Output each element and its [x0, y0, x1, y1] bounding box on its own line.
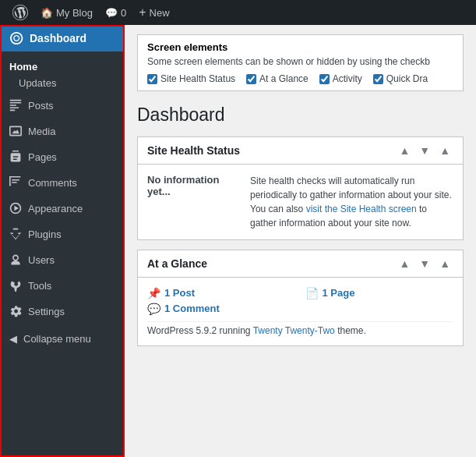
- widget-at-a-glance: At a Glance ▲ ▼ ▲ 📌 1 Post 📄 1 Page: [137, 250, 464, 346]
- widget-site-health-up[interactable]: ▲: [396, 143, 413, 158]
- wp-layout: Dashboard Home Updates Posts Media Pages…: [0, 25, 476, 457]
- wp-version-line: WordPress 5.9.2 running Twenty Twenty-Tw…: [147, 321, 453, 336]
- checkbox-quick-draft-input[interactable]: [373, 74, 383, 84]
- glance-pages-link[interactable]: 1 Page: [323, 287, 355, 299]
- widget-at-a-glance-title: At a Glance: [147, 257, 207, 270]
- admin-bar-new[interactable]: New: [132, 0, 175, 25]
- admin-bar-comments[interactable]: 💬 0: [99, 0, 132, 25]
- sidebar-item-dashboard[interactable]: Dashboard: [0, 25, 125, 51]
- sidebar-item-comments-label: Comments: [28, 177, 77, 189]
- checkbox-site-health-input[interactable]: [147, 74, 157, 84]
- widget-site-health: Site Health Status ▲ ▼ ▲ No information …: [137, 136, 464, 240]
- sidebar-item-pages[interactable]: Pages: [0, 143, 125, 169]
- admin-bar: 🏠 My Blog 💬 0 New: [0, 0, 476, 25]
- sidebar-collapse-button[interactable]: ◀ Collapse menu: [0, 327, 125, 351]
- posts-icon: 📌: [147, 287, 160, 299]
- site-health-link[interactable]: visit the Site Health screen: [306, 204, 417, 214]
- glance-pages: 📄 1 Page: [305, 287, 454, 299]
- glance-posts: 📌 1 Post: [147, 287, 296, 299]
- page-title: Dashboard: [137, 104, 464, 127]
- sidebar-item-media[interactable]: Media: [0, 118, 125, 143]
- checkbox-activity[interactable]: Activity: [319, 73, 362, 84]
- admin-bar-wp-logo[interactable]: [6, 0, 34, 25]
- checkbox-site-health[interactable]: Site Health Status: [147, 73, 235, 84]
- sidebar-item-settings-label: Settings: [28, 306, 65, 317]
- widget-at-a-glance-close[interactable]: ▲: [436, 257, 453, 271]
- sidebar-home-label: Home: [0, 51, 125, 74]
- pages-icon: 📄: [305, 287, 319, 299]
- widget-site-health-controls: ▲ ▼ ▲: [396, 143, 453, 158]
- sidebar-item-appearance[interactable]: Appearance: [0, 195, 125, 221]
- screen-elements-desc: Some screen elements can be shown or hid…: [147, 56, 453, 67]
- admin-bar-site-name[interactable]: 🏠 My Blog: [34, 0, 99, 25]
- widget-at-a-glance-header: At a Glance ▲ ▼ ▲: [138, 250, 463, 278]
- screen-elements-bar: Screen elements Some screen elements can…: [137, 34, 464, 91]
- sidebar-item-users-label: Users: [28, 254, 55, 266]
- widget-site-health-title: Site Health Status: [147, 144, 240, 157]
- widget-site-health-down[interactable]: ▼: [416, 143, 433, 158]
- sidebar-item-plugins-label: Plugins: [28, 228, 62, 240]
- checkbox-at-a-glance-input[interactable]: [246, 74, 256, 84]
- sidebar-item-pages-label: Pages: [28, 151, 57, 163]
- widget-site-health-header: Site Health Status ▲ ▼ ▲: [138, 137, 463, 165]
- sidebar-item-tools-label: Tools: [28, 280, 51, 292]
- sidebar-item-posts[interactable]: Posts: [0, 92, 125, 118]
- sidebar-item-posts-label: Posts: [28, 100, 54, 112]
- site-health-description: Site health checks will automatically ru…: [250, 174, 453, 230]
- comments-icon: 💬: [147, 303, 160, 315]
- checkboxes-row: Site Health Status At a Glance Activity …: [147, 73, 453, 84]
- glance-comments: 💬 1 Comment: [147, 303, 296, 315]
- sidebar-item-appearance-label: Appearance: [28, 203, 83, 214]
- sidebar-item-media-label: Media: [28, 126, 55, 137]
- no-info-label: No information yet...: [147, 174, 241, 197]
- glance-posts-link[interactable]: 1 Post: [164, 287, 195, 299]
- sidebar-item-plugins[interactable]: Plugins: [0, 221, 125, 246]
- main-content: Screen elements Some screen elements can…: [125, 25, 476, 457]
- checkbox-quick-draft[interactable]: Quick Dra: [373, 73, 428, 84]
- widget-at-a-glance-controls: ▲ ▼ ▲: [396, 257, 453, 271]
- sidebar: Dashboard Home Updates Posts Media Pages…: [0, 25, 125, 457]
- at-glance-grid: 📌 1 Post 📄 1 Page 💬 1 Comment: [147, 287, 453, 315]
- glance-comments-link[interactable]: 1 Comment: [164, 303, 220, 314]
- at-glance-body: 📌 1 Post 📄 1 Page 💬 1 Comment WordPress …: [138, 278, 463, 345]
- widget-site-health-body: No information yet... Site health checks…: [138, 165, 463, 239]
- sidebar-item-updates[interactable]: Updates: [0, 74, 125, 92]
- sidebar-item-users[interactable]: Users: [0, 246, 125, 272]
- sidebar-item-tools[interactable]: Tools: [0, 272, 125, 298]
- sidebar-item-settings[interactable]: Settings: [0, 298, 125, 324]
- theme-link[interactable]: Twenty Twenty-Two: [253, 325, 335, 336]
- sidebar-item-comments[interactable]: Comments: [0, 169, 125, 195]
- widget-at-a-glance-up[interactable]: ▲: [396, 257, 413, 271]
- checkbox-at-a-glance[interactable]: At a Glance: [246, 73, 309, 84]
- checkbox-activity-input[interactable]: [319, 74, 330, 84]
- screen-elements-title: Screen elements: [147, 41, 453, 53]
- widget-at-a-glance-down[interactable]: ▼: [416, 257, 433, 271]
- widget-site-health-close[interactable]: ▲: [436, 143, 453, 158]
